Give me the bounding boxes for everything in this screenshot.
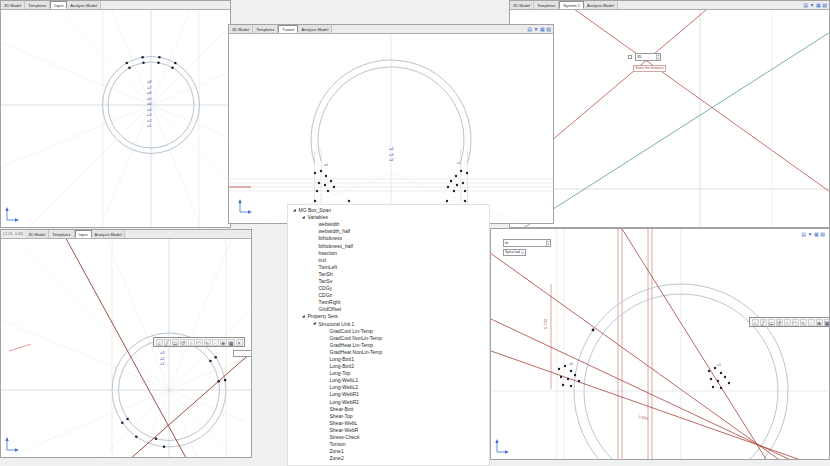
tree-item[interactable]: ◢ CDGy (288, 285, 489, 292)
rect-icon[interactable]: ▭ (768, 319, 775, 326)
view-tab[interactable]: 3D Model (510, 1, 534, 9)
tree-item[interactable]: ◢ webwidth_half (288, 228, 489, 235)
refresh-icon[interactable]: ▤ (803, 3, 808, 8)
spinner-icon[interactable]: ▴▾ (546, 240, 551, 246)
section-drawing-canvas[interactable] (491, 229, 829, 459)
expand-arrow-icon[interactable]: ◢ (302, 315, 306, 319)
tree-item[interactable]: ◢ Stress-Check (288, 434, 489, 441)
tree-item[interactable]: ◢ Long-WebR2 (288, 399, 489, 406)
tree-item[interactable]: ◢ Long-WebL2 (288, 384, 489, 391)
line-icon[interactable]: ╱ (760, 319, 767, 326)
section-drawing-canvas[interactable] (1, 238, 251, 457)
grid-icon[interactable]: ▦ (824, 319, 830, 326)
expand-arrow-icon[interactable]: ◢ (302, 216, 306, 220)
tree-item[interactable]: ◢ Long-WebR1 (288, 391, 489, 398)
spline-icon[interactable]: ∿ (204, 339, 211, 346)
tree-item[interactable]: ◢ Long-Top (288, 370, 489, 377)
arc-icon[interactable]: ◠ (792, 319, 799, 326)
tree-item[interactable]: ◢ Long-WebL1 (288, 377, 489, 384)
drawing-area[interactable]: =8=7=6=5=0=4=3=2=1 (1, 9, 230, 227)
view-tab[interactable]: Analysis Model (67, 1, 101, 9)
view-tab[interactable]: 3D Model (25, 230, 49, 238)
tree-item[interactable]: ◢ Variables (288, 214, 489, 221)
view-tab[interactable]: 3D Model (229, 25, 253, 33)
tree-item[interactable]: ◢ GradHeat Lin-Temp (288, 342, 489, 349)
spinner-icon[interactable]: ▴▾ (656, 54, 661, 60)
tree-item[interactable]: ◢ bthickness_half (288, 242, 489, 249)
view-tab[interactable]: Templates (253, 25, 278, 33)
view-tab[interactable]: Input (50, 1, 67, 9)
table-icon[interactable]: ▦ (816, 3, 821, 8)
view-tab[interactable]: Templates (25, 1, 50, 9)
dropdown-icon[interactable]: ▼ (810, 3, 815, 8)
tree-item[interactable]: ◢ Structural Unit 1 (288, 321, 489, 328)
view-tab[interactable]: Analysis Model (584, 1, 618, 9)
view-tab[interactable]: Analysis Model (298, 25, 332, 33)
section-drawing-canvas[interactable] (1, 9, 230, 227)
circle-icon[interactable]: ○ (188, 339, 195, 346)
table-icon[interactable]: ▦ (814, 232, 819, 237)
spline-icon[interactable]: ∿ (800, 319, 807, 326)
tree-item[interactable]: ◢ MG Box_Span (288, 207, 489, 214)
tree-item[interactable]: ◢ hsection (288, 250, 489, 257)
tree-item[interactable]: ◢ Long-Bott2 (288, 363, 489, 370)
refresh-icon[interactable]: ▤ (801, 232, 806, 237)
dropdown-icon[interactable]: ▼ (808, 232, 813, 237)
tree-item[interactable]: ◢ Shear-WebR (288, 427, 489, 434)
view-tab[interactable]: Templates (49, 230, 74, 238)
tree-item[interactable]: ◢ TwinLeft (288, 264, 489, 271)
selection-icon[interactable]: ▧ (822, 3, 827, 8)
offset-icon[interactable]: ⊕ (220, 339, 227, 346)
tree-item[interactable]: ◢ Shear-Top (288, 413, 489, 420)
drawing-area[interactable]: 35 ▴▾ Enter the distance (510, 9, 829, 227)
alignment-drawing-canvas[interactable] (510, 9, 829, 227)
tree-item[interactable]: ◢ bthickness (288, 235, 489, 242)
dropdown-icon[interactable]: ▼ (534, 27, 539, 32)
tree-item[interactable]: ◢ Zone2 (288, 455, 489, 462)
drawing-area[interactable]: =3=2=1 ⌂╱▭↺○◠∿·⊕▦× (1, 238, 251, 457)
distance-checkbox[interactable] (628, 55, 632, 59)
tree-item[interactable]: ◢ Property Sets (288, 313, 489, 320)
tree-item[interactable]: ◢ GradHeat NonLin-Temp (288, 349, 489, 356)
line-icon[interactable]: ╱ (164, 339, 171, 346)
table-icon[interactable]: ▦ (540, 27, 545, 32)
view-tab[interactable]: Analysis Model (92, 230, 126, 238)
undo-icon[interactable]: ↺ (776, 319, 783, 326)
tree-item[interactable]: ◢ CDGz (288, 292, 489, 299)
grid-icon[interactable]: ▦ (228, 339, 235, 346)
refresh-icon[interactable]: ▤ (527, 27, 532, 32)
view-tab[interactable]: 3D Model (1, 1, 25, 9)
home-icon[interactable]: ⌂ (156, 339, 163, 346)
tree-item[interactable]: ◢ Zone1 (288, 448, 489, 455)
spiral-radius-button[interactable]: Spiral rad ⊙ (503, 249, 526, 256)
selection-icon[interactable]: ▧ (820, 232, 825, 237)
expand-arrow-icon[interactable]: ◢ (313, 322, 317, 326)
rect-icon[interactable]: ▭ (172, 339, 179, 346)
view-tab[interactable]: Tunnel (278, 25, 298, 33)
tree-item[interactable]: ◢ Shear-Bott (288, 406, 489, 413)
point-icon[interactable]: · (808, 319, 815, 326)
view-tab[interactable]: Templates (534, 1, 559, 9)
tree-item[interactable]: ◢ GradCool NonLin-Temp (288, 335, 489, 342)
tree-item[interactable]: ◢ webwidth (288, 221, 489, 228)
tree-item[interactable]: ◢ incl (288, 257, 489, 264)
tree-item[interactable]: ◢ GradCool Lin-Temp (288, 328, 489, 335)
view-tab[interactable]: Input (75, 230, 92, 238)
home-icon[interactable]: ⌂ (752, 319, 759, 326)
view-tab[interactable]: System 1 (559, 1, 584, 9)
tree-item[interactable]: ◢ TwinRight (288, 299, 489, 306)
tree-item[interactable]: ◢ Shear-WebL (288, 420, 489, 427)
offset-icon[interactable]: ⊕ (816, 319, 823, 326)
tunnel-drawing-canvas[interactable] (229, 33, 553, 223)
selection-icon[interactable]: ▧ (546, 27, 551, 32)
tree-item[interactable]: ◢ Long-Bott1 (288, 356, 489, 363)
undo-icon[interactable]: ↺ (180, 339, 187, 346)
radius-input[interactable]: m ▴▾ (503, 239, 551, 247)
close-icon[interactable]: × (236, 339, 243, 346)
drawing-area[interactable]: m ▴▾ Spiral rad ⊙ 0.734 0.500 =0 =1 ⌂╱▭↺… (491, 229, 829, 459)
snap-value-box[interactable] (233, 350, 251, 357)
tree-item[interactable]: ◢ Torsion (288, 441, 489, 448)
point-icon[interactable]: · (212, 339, 219, 346)
circle-icon[interactable]: ○ (784, 319, 791, 326)
distance-input[interactable]: 35 ▴▾ (635, 53, 661, 61)
